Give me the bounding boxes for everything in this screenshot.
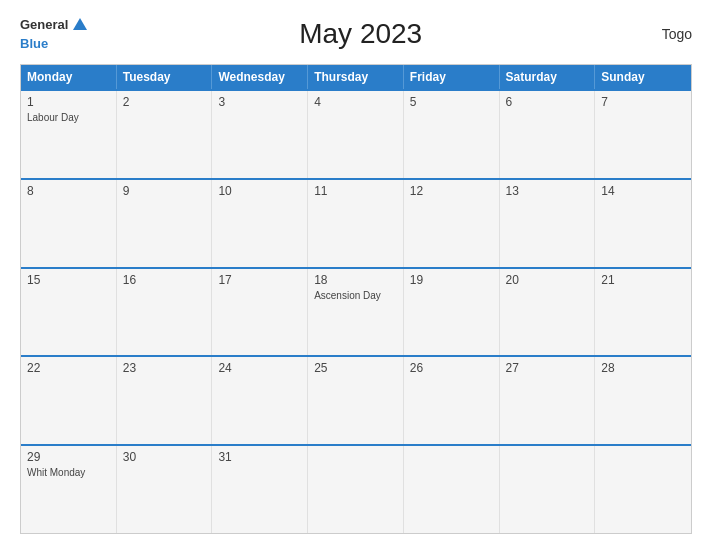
day-number: 22 <box>27 361 110 375</box>
day-cell-1-4: 4 <box>308 91 404 178</box>
day-cell-3-4: 18Ascension Day <box>308 269 404 356</box>
day-cell-5-4 <box>308 446 404 533</box>
day-cell-4-6: 27 <box>500 357 596 444</box>
day-cell-1-7: 7 <box>595 91 691 178</box>
day-cell-2-6: 13 <box>500 180 596 267</box>
day-number: 27 <box>506 361 589 375</box>
day-cell-1-6: 6 <box>500 91 596 178</box>
calendar-body: 1Labour Day23456789101112131415161718Asc… <box>21 89 691 533</box>
day-number: 28 <box>601 361 685 375</box>
day-cell-4-7: 28 <box>595 357 691 444</box>
day-cell-4-4: 25 <box>308 357 404 444</box>
day-cell-3-7: 21 <box>595 269 691 356</box>
day-number: 26 <box>410 361 493 375</box>
day-number: 30 <box>123 450 206 464</box>
day-cell-3-2: 16 <box>117 269 213 356</box>
day-cell-3-3: 17 <box>212 269 308 356</box>
day-number: 4 <box>314 95 397 109</box>
logo-general: General <box>20 18 68 32</box>
day-cell-1-3: 3 <box>212 91 308 178</box>
header-friday: Friday <box>404 65 500 89</box>
day-cell-3-1: 15 <box>21 269 117 356</box>
day-cell-1-2: 2 <box>117 91 213 178</box>
day-number: 17 <box>218 273 301 287</box>
calendar-header: Monday Tuesday Wednesday Thursday Friday… <box>21 65 691 89</box>
week-row-3: 15161718Ascension Day192021 <box>21 267 691 356</box>
header-saturday: Saturday <box>500 65 596 89</box>
country-label: Togo <box>632 26 692 42</box>
day-cell-1-1: 1Labour Day <box>21 91 117 178</box>
day-cell-2-1: 8 <box>21 180 117 267</box>
calendar-title: May 2023 <box>89 18 632 50</box>
day-number: 13 <box>506 184 589 198</box>
page-header: General Blue May 2023 Togo <box>20 16 692 52</box>
svg-marker-0 <box>73 18 87 30</box>
calendar-grid: Monday Tuesday Wednesday Thursday Friday… <box>20 64 692 534</box>
day-cell-3-5: 19 <box>404 269 500 356</box>
day-number: 9 <box>123 184 206 198</box>
day-cell-4-2: 23 <box>117 357 213 444</box>
day-number: 10 <box>218 184 301 198</box>
day-number: 8 <box>27 184 110 198</box>
day-cell-2-5: 12 <box>404 180 500 267</box>
header-tuesday: Tuesday <box>117 65 213 89</box>
day-cell-5-5 <box>404 446 500 533</box>
day-number: 23 <box>123 361 206 375</box>
day-cell-5-7 <box>595 446 691 533</box>
day-cell-2-2: 9 <box>117 180 213 267</box>
header-wednesday: Wednesday <box>212 65 308 89</box>
day-number: 11 <box>314 184 397 198</box>
day-cell-3-6: 20 <box>500 269 596 356</box>
day-cell-4-3: 24 <box>212 357 308 444</box>
day-cell-4-1: 22 <box>21 357 117 444</box>
header-monday: Monday <box>21 65 117 89</box>
week-row-5: 29Whit Monday3031 <box>21 444 691 533</box>
day-number: 31 <box>218 450 301 464</box>
week-row-2: 891011121314 <box>21 178 691 267</box>
day-number: 19 <box>410 273 493 287</box>
day-cell-5-2: 30 <box>117 446 213 533</box>
day-number: 15 <box>27 273 110 287</box>
day-cell-5-6 <box>500 446 596 533</box>
day-number: 6 <box>506 95 589 109</box>
day-number: 24 <box>218 361 301 375</box>
holiday-label: Ascension Day <box>314 290 397 301</box>
logo: General Blue <box>20 16 89 52</box>
day-number: 14 <box>601 184 685 198</box>
day-cell-2-3: 10 <box>212 180 308 267</box>
holiday-label: Whit Monday <box>27 467 110 478</box>
day-number: 3 <box>218 95 301 109</box>
logo-blue: Blue <box>20 36 48 51</box>
day-number: 2 <box>123 95 206 109</box>
day-number: 25 <box>314 361 397 375</box>
day-number: 21 <box>601 273 685 287</box>
day-cell-4-5: 26 <box>404 357 500 444</box>
header-thursday: Thursday <box>308 65 404 89</box>
day-cell-2-4: 11 <box>308 180 404 267</box>
day-number: 5 <box>410 95 493 109</box>
week-row-1: 1Labour Day234567 <box>21 89 691 178</box>
day-cell-5-3: 31 <box>212 446 308 533</box>
day-number: 16 <box>123 273 206 287</box>
day-number: 7 <box>601 95 685 109</box>
day-number: 29 <box>27 450 110 464</box>
logo-icon <box>71 16 89 34</box>
calendar-page: General Blue May 2023 Togo Monday Tuesda… <box>0 0 712 550</box>
day-number: 12 <box>410 184 493 198</box>
day-number: 1 <box>27 95 110 109</box>
day-cell-2-7: 14 <box>595 180 691 267</box>
holiday-label: Labour Day <box>27 112 110 123</box>
day-number: 20 <box>506 273 589 287</box>
day-cell-1-5: 5 <box>404 91 500 178</box>
day-number: 18 <box>314 273 397 287</box>
week-row-4: 22232425262728 <box>21 355 691 444</box>
day-cell-5-1: 29Whit Monday <box>21 446 117 533</box>
header-sunday: Sunday <box>595 65 691 89</box>
